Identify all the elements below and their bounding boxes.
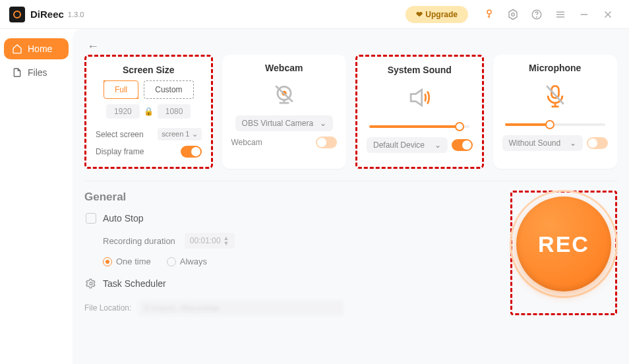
always-label: Always xyxy=(180,257,207,266)
webcam-device-label: OBS Virtual Camera xyxy=(242,119,314,128)
select-screen-dropdown[interactable]: screen 1 ⌄ xyxy=(158,128,201,140)
microphone-toggle[interactable] xyxy=(587,137,608,149)
screen-size-card: Screen Size Full Custom 1920 🔒 1080 Sele… xyxy=(84,55,213,169)
webcam-off-icon xyxy=(270,81,299,110)
file-location-path[interactable]: C:\Users\...\Recordings xyxy=(139,301,344,315)
minimize-button[interactable] xyxy=(577,7,591,22)
record-label: REC xyxy=(538,231,589,257)
help-icon[interactable] xyxy=(529,7,544,22)
upgrade-button[interactable]: ❤ Upgrade xyxy=(405,6,468,23)
screen-custom-button[interactable]: Custom xyxy=(144,80,193,99)
system-sound-device-select[interactable]: Default Device ⌄ xyxy=(367,137,448,153)
stepper-icon: ▲▼ xyxy=(224,235,229,246)
menu-icon[interactable] xyxy=(553,7,568,22)
record-button-zone: REC xyxy=(510,191,617,315)
general-title: General xyxy=(84,191,510,204)
files-icon xyxy=(12,67,22,78)
card-title: System Sound xyxy=(388,65,452,75)
always-radio[interactable]: Always xyxy=(167,257,207,266)
sidebar-item-label: Home xyxy=(28,44,52,54)
system-sound-card: System Sound Default Device ⌄ xyxy=(355,55,484,169)
recording-duration-label: Recording duration xyxy=(103,236,175,246)
sidebar-item-home[interactable]: Home xyxy=(4,38,69,59)
close-button[interactable] xyxy=(601,7,615,22)
card-title: Microphone xyxy=(529,63,581,73)
app-logo xyxy=(9,7,25,22)
divider xyxy=(84,181,617,181)
svg-marker-1 xyxy=(509,9,517,19)
task-scheduler-label[interactable]: Task Scheduler xyxy=(103,278,166,289)
card-title: Webcam xyxy=(265,63,303,73)
card-title: Screen Size xyxy=(123,65,175,75)
general-section: General Auto Stop Recording duration 00:… xyxy=(84,191,510,315)
app-version: 1.3.0 xyxy=(68,11,84,18)
app-name: DiReec xyxy=(30,9,64,20)
one-time-radio[interactable]: One time xyxy=(103,257,151,266)
duration-value: 00:01:00 xyxy=(190,236,221,245)
lock-icon[interactable]: 🔒 xyxy=(144,107,154,116)
select-screen-label: Select screen xyxy=(96,130,144,139)
one-time-label: One time xyxy=(116,257,151,266)
crown-icon: ❤ xyxy=(416,10,423,19)
sidebar-item-files[interactable]: Files xyxy=(4,62,69,83)
home-icon xyxy=(12,44,22,54)
auto-stop-checkbox[interactable] xyxy=(86,213,96,224)
display-frame-label: Display frame xyxy=(96,147,144,156)
chevron-down-icon: ⌄ xyxy=(434,140,441,150)
webcam-card: Webcam OBS Virtual Camera ⌄ Webcam xyxy=(222,55,347,169)
webcam-toggle[interactable] xyxy=(316,136,337,148)
microphone-device-label: Without Sound xyxy=(509,138,561,148)
sidebar-item-label: Files xyxy=(28,67,47,78)
recording-duration-input[interactable]: 00:01:00 ▲▼ xyxy=(185,233,235,249)
system-sound-toggle[interactable] xyxy=(452,139,473,151)
svg-point-8 xyxy=(90,282,92,285)
chevron-down-icon: ⌄ xyxy=(192,130,198,138)
back-button[interactable]: ← xyxy=(87,40,617,53)
system-sound-device-label: Default Device xyxy=(373,140,425,150)
webcam-device-select[interactable]: OBS Virtual Camera ⌄ xyxy=(235,115,333,131)
upgrade-label: Upgrade xyxy=(425,10,458,19)
speaker-icon xyxy=(405,83,434,112)
screen-width-value: 1920 xyxy=(106,104,140,119)
main-panel: ← Screen Size Full Custom 1920 🔒 1080 Se… xyxy=(73,29,629,364)
file-location-label: File Location: xyxy=(84,303,131,313)
titlebar: DiReec 1.3.0 ❤ Upgrade xyxy=(0,0,629,29)
microphone-off-icon xyxy=(541,81,570,110)
chevron-down-icon: ⌄ xyxy=(320,119,326,128)
screen-full-button[interactable]: Full xyxy=(104,80,138,99)
auto-stop-label: Auto Stop xyxy=(103,213,144,224)
svg-point-0 xyxy=(487,10,491,14)
webcam-toggle-label: Webcam xyxy=(231,138,313,147)
system-sound-slider[interactable] xyxy=(369,125,469,128)
microphone-card: Microphone Without Sound ⌄ xyxy=(493,55,618,169)
sidebar: Home Files xyxy=(0,29,73,364)
gear-icon xyxy=(86,278,96,289)
key-icon[interactable] xyxy=(482,7,496,22)
microphone-device-select[interactable]: Without Sound ⌄ xyxy=(502,135,584,151)
display-frame-toggle[interactable] xyxy=(181,146,202,158)
screen-height-value: 1080 xyxy=(158,104,191,119)
source-cards: Screen Size Full Custom 1920 🔒 1080 Sele… xyxy=(84,55,617,169)
microphone-slider[interactable] xyxy=(505,123,605,126)
chevron-down-icon: ⌄ xyxy=(570,138,576,148)
svg-point-4 xyxy=(537,16,537,17)
svg-point-2 xyxy=(512,13,515,16)
settings-icon[interactable] xyxy=(506,7,520,22)
record-button[interactable]: REC xyxy=(516,197,611,291)
